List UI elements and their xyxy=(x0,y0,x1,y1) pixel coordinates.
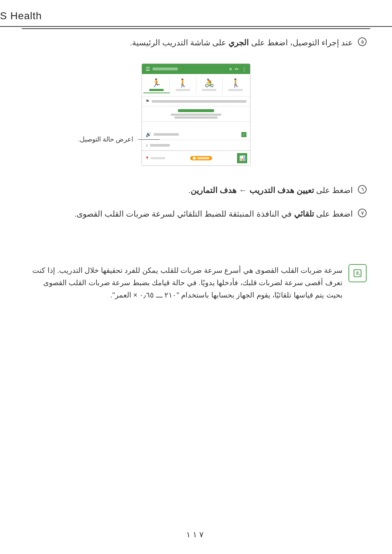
step-7-number: ٧ xyxy=(358,209,367,217)
cycling-icon: 🚴 xyxy=(204,78,214,88)
step-6-text: اضغط على تعيين هدف التدريب ← هدف التماري… xyxy=(188,184,353,197)
walking-label xyxy=(176,89,190,91)
coach-left: 🔊 xyxy=(146,132,179,137)
hiking-icon: 🚶 xyxy=(231,78,241,88)
why-sub2 xyxy=(174,116,218,119)
hiking-label xyxy=(228,89,243,91)
step-6-number: ٦ xyxy=(358,185,367,194)
bottom-left: 📍 xyxy=(145,156,165,160)
activity-cycling: 🚴 xyxy=(196,77,223,93)
note-text: سرعة ضربات القلب القصوى هي أسرع سرعة ضرب… xyxy=(25,264,343,301)
header-divider xyxy=(22,28,370,29)
step-7-text: اضغط على تلقائي في النافذة المنبثقة للضب… xyxy=(74,208,353,220)
main-content: ٥ عند إجراء التوصيل، اضغط على الجري على … xyxy=(0,0,392,260)
activity-walking: 🚶 xyxy=(170,77,196,93)
topbar-title-placeholder xyxy=(152,67,178,70)
connection-label xyxy=(197,157,209,159)
edit-icon: ✏ xyxy=(235,66,239,72)
why-title xyxy=(178,109,214,112)
activity-running: 🏃 xyxy=(143,77,170,93)
phone-mockup-container: ☰ ≡ ✏ ⋮ 🏃 🚶 xyxy=(25,63,367,166)
note-icon xyxy=(348,264,367,282)
connection-status xyxy=(190,156,212,160)
app-title: S Health xyxy=(0,10,42,22)
music-label xyxy=(150,144,170,147)
goal-bar: ⚑ xyxy=(142,97,250,106)
page-header: S Health xyxy=(0,0,392,27)
walking-icon: 🚶 xyxy=(178,78,188,88)
phone-annotation-label: اعرض حالة التوصيل. xyxy=(78,135,133,143)
more-icon: ⋮ xyxy=(242,66,246,72)
running-icon: 🏃 xyxy=(151,78,161,88)
step-5: ٥ عند إجراء التوصيل، اضغط على الجري على … xyxy=(25,36,367,49)
coach-icon: 🔊 xyxy=(146,132,151,137)
step-7: ٧ اضغط على تلقائي في النافذة المنبثقة لل… xyxy=(25,208,367,220)
gps-label xyxy=(151,157,165,159)
coach-row: 🔊 ✓ xyxy=(142,129,250,140)
running-label xyxy=(149,89,164,91)
activity-hiking: 🚶 xyxy=(222,77,249,93)
coach-label xyxy=(154,133,179,136)
phone-spacer xyxy=(142,122,250,129)
music-icon: ♪ xyxy=(146,143,148,148)
topbar-icons: ≡ ✏ ⋮ xyxy=(229,66,246,72)
checkbox-icon: ✓ xyxy=(241,132,246,137)
step-5-text: عند إجراء التوصيل، اضغط على الجري على شا… xyxy=(130,36,353,49)
activity-row: 🏃 🚶 🚴 🚶 xyxy=(142,74,250,97)
phone-mockup: ☰ ≡ ✏ ⋮ 🏃 🚶 xyxy=(142,63,250,166)
gps-icon: 📍 xyxy=(145,156,149,160)
orange-dot xyxy=(193,157,196,160)
why-sub1 xyxy=(171,114,221,116)
hamburger-icon: ☰ xyxy=(146,66,150,72)
goal-text xyxy=(152,100,246,103)
phone-annotation-line xyxy=(138,139,160,140)
gps-area: 📍 xyxy=(145,156,165,160)
phone-bottom: 📍 📊 xyxy=(142,151,250,165)
list-icon: ≡ xyxy=(229,66,232,72)
cycling-label xyxy=(202,89,216,91)
step-5-number: ٥ xyxy=(358,37,367,46)
step-6: ٦ اضغط على تعيين هدف التدريب ← هدف التما… xyxy=(25,184,367,197)
flag-icon: ⚑ xyxy=(146,99,150,104)
music-row: ♪ xyxy=(142,140,250,151)
page-number: ١١٧ xyxy=(186,530,206,539)
chart-icon: 📊 xyxy=(237,153,247,163)
phone-topbar: ☰ ≡ ✏ ⋮ xyxy=(142,64,250,74)
why-section xyxy=(142,106,250,122)
note-box: سرعة ضربات القلب القصوى هي أسرع سرعة ضرب… xyxy=(25,264,367,301)
topbar-left: ☰ xyxy=(146,66,178,72)
